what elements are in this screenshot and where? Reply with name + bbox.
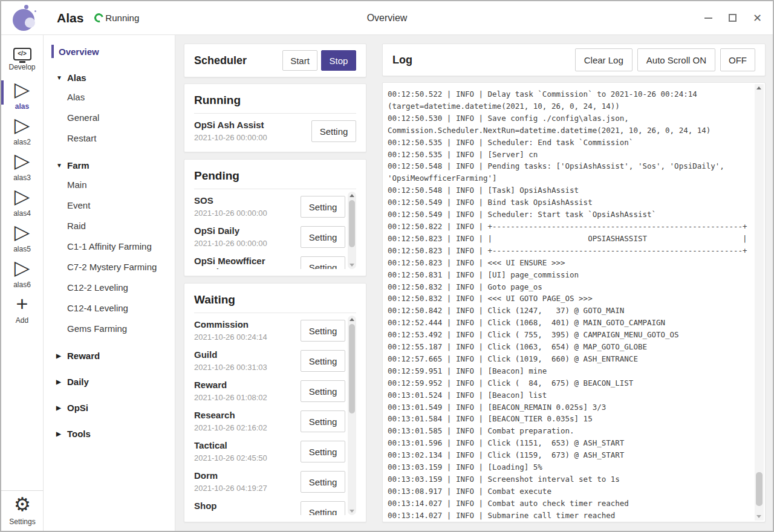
waiting-title: Waiting [194, 291, 356, 313]
log-line: 00:12:50.832 | INFO | <<< UI GOTO PAGE_O… [388, 293, 748, 305]
close-icon[interactable]: ✕ [753, 13, 762, 24]
scheduler-title: Scheduler [194, 54, 282, 67]
task-setting-button[interactable]: Setting [311, 120, 356, 142]
waiting-scrollbar[interactable] [348, 316, 356, 515]
rail-item[interactable]: Add [1, 291, 43, 326]
nav-item[interactable]: Raid [44, 215, 175, 236]
start-button[interactable]: Start [282, 50, 317, 71]
task-setting-button[interactable]: Setting [301, 380, 345, 402]
task-setting-button[interactable]: Setting [301, 410, 345, 432]
rail-item[interactable]: alas5 [1, 219, 43, 255]
pending-card: Pending SOS 2021-10-26 00:00:00 Setting [184, 159, 366, 276]
task-setting-button[interactable]: Setting [301, 471, 345, 493]
nav-item[interactable]: Gems Farming [44, 318, 175, 339]
scroll-down-icon[interactable] [350, 264, 354, 267]
rail-item-label: alas6 [13, 281, 31, 289]
rail-item-icon [16, 293, 28, 314]
logo-dot [34, 10, 36, 12]
log-scrollbar[interactable] [755, 84, 764, 521]
waiting-card: Waiting Commission 2021-10-26 00:24:14 S… [184, 283, 366, 522]
log-line: 00:12:50.823 | INFO | | OPSIASHASSIST | [388, 233, 748, 245]
task-info: SOS 2021-10-26 00:00:00 [194, 195, 301, 218]
rail-item[interactable]: alas3 [1, 148, 43, 184]
task-name: SOS [194, 195, 296, 206]
log-output-area[interactable]: 00:12:50.522 | INFO | Delay task `Commis… [382, 82, 766, 522]
app-window: Alas Running Overview ✕ Develop alas [0, 0, 774, 532]
log-line: 00:13:03.159 | INFO | Screenshot interva… [388, 473, 748, 485]
task-name: Dorm [194, 470, 296, 481]
nav-item-label: Event [67, 200, 90, 210]
nav-item[interactable]: Overview [44, 42, 175, 60]
log-line: Commission.Scheduler.NextRun=datetime.da… [388, 125, 748, 137]
log-line: 00:12:50.832 | INFO | Goto page_os [388, 281, 748, 293]
log-line: (target=datetime.datetime(2021, 10, 26, … [388, 100, 748, 112]
task-setting-button[interactable]: Setting [301, 196, 345, 218]
nav-item[interactable]: ▶ Daily [44, 372, 175, 391]
rail-item[interactable]: alas4 [1, 184, 43, 219]
nav-item[interactable]: C12-2 Leveling [44, 277, 175, 297]
task-info: Tactical 2021-10-26 02:45:50 [194, 440, 301, 462]
nav-item[interactable]: Restart [44, 128, 175, 148]
scroll-down-icon[interactable] [756, 515, 761, 518]
task-setting-button[interactable]: Setting [301, 441, 345, 462]
log-line: 00:12:50.548 | INFO | [Task] OpsiAshAssi… [388, 184, 748, 196]
nav-item[interactable]: C1-1 Affinity Farming [44, 236, 175, 256]
settings-label: Settings [9, 517, 35, 526]
scroll-down-icon[interactable] [350, 510, 354, 513]
nav-item[interactable]: General [44, 107, 175, 128]
task-info: OpSi Meowfficer Farming [194, 256, 301, 269]
rail-item[interactable]: alas6 [1, 255, 43, 291]
nav-item[interactable]: Alas [44, 86, 175, 107]
task-next-run-time: 2021-10-26 02:16:02 [194, 423, 296, 432]
stop-button[interactable]: Stop [321, 50, 356, 71]
app-body: Develop alas alas2 alas3 [1, 35, 773, 531]
maximize-icon[interactable] [729, 14, 737, 22]
task-setting-button[interactable]: Setting [301, 320, 345, 342]
nav-item[interactable]: ▼ Alas [44, 68, 175, 86]
log-line: 00:12:50.535 | INFO | [Server] cn [388, 149, 748, 161]
nav-item[interactable]: ▶ Tools [44, 424, 175, 443]
task-setting-button[interactable]: Setting [301, 256, 345, 269]
rail-item[interactable]: alas2 [1, 112, 43, 148]
nav-item[interactable]: C7-2 Mystery Farming [44, 256, 175, 277]
pending-scrollbar[interactable] [348, 192, 356, 269]
nav-item[interactable]: ▶ Reward [44, 346, 175, 365]
scroll-up-icon[interactable] [756, 86, 761, 89]
auto-scroll-off-button[interactable]: OFF [720, 48, 755, 71]
scrollbar-thumb[interactable] [349, 324, 355, 414]
log-line: 00:12:50.548 | INFO | Pending tasks: ['O… [388, 160, 748, 172]
task-setting-button[interactable]: Setting [301, 226, 345, 248]
log-line: 00:12:50.522 | INFO | Delay task `Commis… [388, 88, 748, 100]
rail-item-icon [15, 186, 30, 207]
nav-item[interactable]: ▶ OpSi [44, 398, 175, 417]
rail-item-icon [15, 258, 30, 278]
scrollbar-thumb[interactable] [349, 200, 355, 247]
scroll-up-icon[interactable] [350, 318, 354, 321]
scroll-up-icon[interactable] [350, 194, 354, 197]
rail-item-settings[interactable]: ⚙ Settings [1, 490, 44, 530]
task-name: Research [194, 410, 296, 421]
nav-item[interactable]: Event [44, 195, 175, 215]
task-row: OpSi Meowfficer Farming Setting [194, 252, 345, 269]
log-line: 00:13:01.549 | INFO | [BEACON_REMAIN 0.0… [388, 401, 748, 414]
task-row: Tactical 2021-10-26 02:45:50 Setting [194, 436, 345, 467]
task-name: OpSi Daily [194, 225, 296, 236]
rail-item[interactable]: alas [1, 77, 43, 112]
rail-item[interactable]: Develop [1, 41, 43, 77]
nav-item[interactable]: C12-4 Leveling [44, 297, 175, 318]
scrollbar-thumb[interactable] [756, 472, 763, 506]
log-line: 00:12:52.444 | INFO | Click (1068, 401) … [388, 317, 748, 329]
minimize-icon[interactable] [704, 18, 712, 19]
nav-item[interactable]: ▼ Farm [44, 156, 175, 174]
waiting-task-list[interactable]: Commission 2021-10-26 00:24:14 Setting G… [194, 316, 345, 515]
window-controls: ✕ [704, 13, 762, 24]
task-next-run-time: 2021-10-26 00:00:00 [194, 239, 296, 248]
clear-log-button[interactable]: Clear Log [575, 48, 633, 71]
nav-item[interactable]: Main [44, 174, 175, 195]
task-setting-button[interactable]: Setting [301, 350, 345, 372]
log-line: 00:13:01.585 | INFO | Combat preparation… [388, 425, 748, 437]
nav-item-label: Reward [67, 351, 100, 361]
auto-scroll-on-button[interactable]: Auto Scroll ON [637, 48, 715, 71]
pending-task-list[interactable]: SOS 2021-10-26 00:00:00 Setting OpSi Dai… [194, 192, 345, 269]
task-setting-button[interactable]: Setting [301, 501, 345, 515]
